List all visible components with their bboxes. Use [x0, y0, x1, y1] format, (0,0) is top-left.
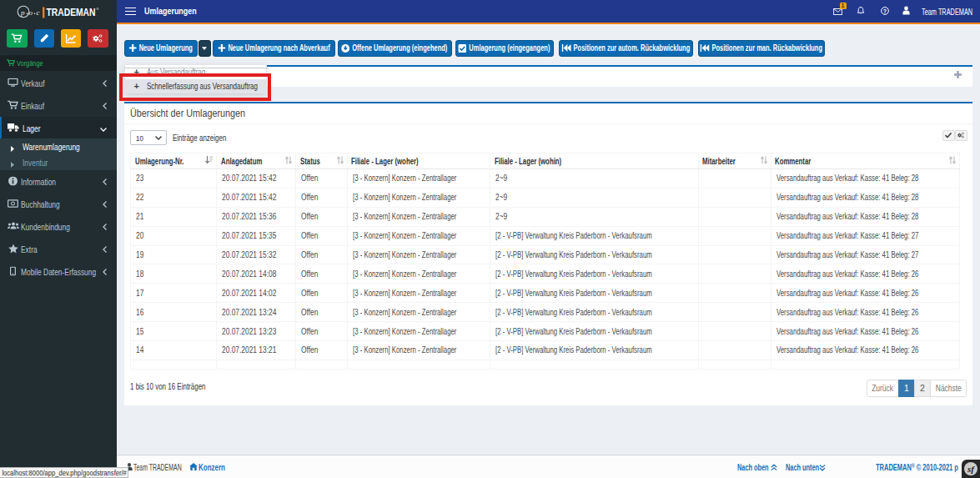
svg-text:p: p	[20, 8, 25, 17]
svg-text:c: c	[37, 8, 40, 17]
svg-text:?: ?	[882, 8, 886, 15]
svg-text:o: o	[29, 8, 33, 17]
svg-text:TRADEMAN: TRADEMAN	[47, 7, 96, 18]
